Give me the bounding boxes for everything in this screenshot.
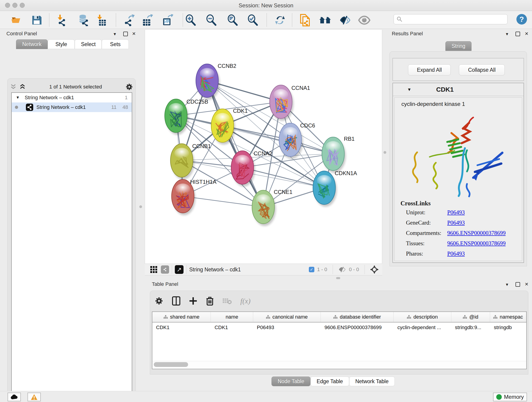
help-button[interactable]: ? [516,14,527,25]
crosslink-value[interactable]: P06493 [447,209,465,216]
hidden-eye-icon[interactable] [338,266,346,273]
bottom-splitter-handle[interactable] [336,277,340,279]
string-import-icon[interactable] [298,14,311,27]
crosslink-value[interactable]: P06493 [447,220,465,226]
table-horizontal-scrollbar[interactable] [152,361,526,368]
refresh-icon[interactable] [273,14,286,27]
control-panel-close-icon[interactable]: ✕ [132,31,136,36]
crosslink-value[interactable]: P06493 [447,250,465,257]
network-node-ccna1[interactable]: CCNA1 [270,85,310,121]
control-panel-menu-icon[interactable]: ▾ [114,31,116,37]
table-cell[interactable]: CDK1 [211,322,253,332]
expand-all-button[interactable]: Expand All [408,64,451,75]
export-image-icon[interactable] [161,14,174,27]
table-panel-close-icon[interactable]: ✕ [525,281,529,287]
network-node-rb1[interactable]: RB1 [322,136,355,173]
gear-icon[interactable] [125,83,133,91]
column-header-namespac[interactable]: namespac [490,312,526,322]
show-nodes-icon[interactable] [358,14,371,27]
warning-button[interactable] [27,393,41,401]
table-panel-menu-icon[interactable]: ▾ [506,282,508,287]
grid-view-icon[interactable] [150,266,157,273]
table-panel-float-icon[interactable] [515,282,520,287]
zoom-out-icon[interactable] [205,14,218,27]
table-cell[interactable]: CDK1 [152,322,211,332]
cloud-button[interactable] [7,393,21,401]
crosslink-value[interactable]: 9606.ENSP00000378699 [447,240,506,247]
node-label-ccne1: CCNE1 [274,189,292,195]
table-gear-icon[interactable] [155,297,163,305]
delete-column-icon[interactable] [206,296,214,306]
network-row-selected[interactable]: String Network – cdk1 11 48 [12,102,132,112]
results-panel-float-icon[interactable] [515,32,520,36]
birds-eye-view-icon[interactable]: ↗ [175,265,184,274]
tab-select[interactable]: Select [75,39,102,49]
cdk1-section-header[interactable]: ▼ CDK1 [393,83,524,96]
network-edge[interactable] [207,81,263,207]
network-node-hist1h1a[interactable]: HIST1H1A [172,179,216,215]
memory-button[interactable]: Memory [493,393,527,401]
left-splitter-handle[interactable] [139,205,142,208]
search-input[interactable] [394,14,507,24]
tab-node-table[interactable]: Node Table [272,376,310,386]
network-node-cdc25b[interactable]: CDC25B [165,99,208,135]
save-session-icon[interactable] [30,14,43,27]
section-expander-icon[interactable]: ▼ [407,87,412,92]
export-table-icon[interactable] [141,14,153,27]
tab-network[interactable]: Network [16,39,48,49]
tab-sets[interactable]: Sets [102,39,129,49]
table-cell[interactable]: stringdb:9... [451,322,490,332]
column-header--id[interactable]: @id [451,312,490,322]
results-panel-close-icon[interactable]: ✕ [525,31,529,36]
network-node-cdk1[interactable]: CDK1 [211,108,248,145]
crosslink-value[interactable]: 9606.ENSP00000378699 [447,230,506,236]
expand-all-icon[interactable] [19,84,26,90]
column-header-shared-name[interactable]: shared name [152,312,211,322]
network-collection-row[interactable]: ▼ String Network – cdk1 1 [12,93,132,102]
open-session-icon[interactable] [10,14,22,27]
column-header-database-identifier[interactable]: database identifier [321,312,394,322]
zoom-selected-icon[interactable] [246,14,259,27]
network-node-ccna2[interactable]: CCNA2 [231,150,272,186]
column-header-name[interactable]: name [211,312,253,322]
add-column-icon[interactable] [189,297,197,305]
network-node-ccne1[interactable]: CCNE1 [252,189,292,226]
show-columns-icon[interactable] [172,296,180,306]
import-table-file-icon[interactable] [95,14,108,27]
crosshair-icon[interactable] [370,265,379,274]
hide-nodes-icon[interactable] [339,14,352,27]
network-edge[interactable] [222,126,333,154]
control-panel-float-icon[interactable] [123,32,128,36]
column-label: database identifier [340,314,381,320]
table-cell[interactable]: 9606.ENSP00000378699 [321,322,394,332]
table-cell[interactable]: cyclin-dependent ... [394,322,451,332]
results-panel-menu-icon[interactable]: ▾ [506,31,508,37]
zoom-in-icon[interactable] [184,14,197,27]
collapse-all-button[interactable]: Collapse All [459,64,505,75]
tab-network-table[interactable]: Network Table [349,376,395,386]
tab-string[interactable]: String [445,41,472,51]
import-network-file-icon[interactable] [55,14,68,27]
table-row[interactable]: CDK1CDK1P064939606.ENSP00000378699cyclin… [152,322,526,332]
selected-checkbox-icon[interactable]: ✓ [309,267,314,272]
homes-icon[interactable] [319,14,331,27]
network-canvas[interactable]: CCNB2CCNA1CDC25BCDK1CDC6RB1CCNB1CCNA2CDK… [145,30,382,264]
tab-edge-table[interactable]: Edge Table [310,376,349,386]
tree-expander-icon[interactable]: ▼ [16,95,20,100]
collapse-all-icon[interactable] [10,84,17,90]
crosslink-label: Uniprot: [406,209,447,216]
status-bar: Memory [0,391,532,402]
scrollbar-thumb[interactable] [154,362,188,367]
network-node-cdkn1a[interactable]: CDKN1A [313,170,357,207]
right-splitter-handle[interactable] [384,151,386,154]
import-network-database-icon[interactable] [77,14,90,27]
column-header-canonical-name[interactable]: canonical name [253,312,321,322]
export-network-icon[interactable] [123,14,136,27]
network-node-cdc6[interactable]: CDC6 [279,122,315,159]
zoom-fit-icon[interactable] [226,14,239,27]
table-cell[interactable]: P06493 [253,322,321,332]
column-header-description[interactable]: description [394,312,451,322]
table-cell[interactable]: stringdb [490,322,526,332]
tab-style[interactable]: Style [48,39,75,49]
network-share-icon[interactable] [161,265,169,274]
